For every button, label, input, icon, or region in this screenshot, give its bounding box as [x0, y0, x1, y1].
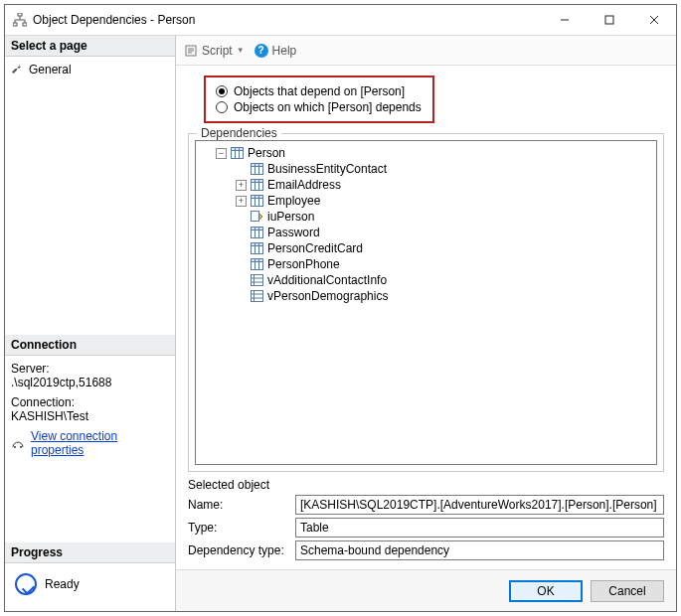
expand-icon[interactable]: + — [236, 180, 247, 191]
connection-value: KASHISH\Test — [11, 409, 169, 423]
svg-rect-28 — [252, 228, 263, 231]
dialog-body: Select a page General Connection Server:… — [5, 35, 676, 611]
titlebar: Object Dependencies - Person — [5, 5, 676, 35]
connection-label: Connection: — [11, 395, 169, 409]
dependency-direction-group: Objects that depend on [Person] Objects … — [204, 76, 434, 123]
left-pane: Select a page General Connection Server:… — [5, 36, 176, 611]
connection-header: Connection — [5, 335, 175, 356]
svg-rect-2 — [23, 23, 27, 26]
page-general-label: General — [29, 63, 72, 77]
page-list: General — [5, 57, 175, 335]
svg-rect-32 — [252, 243, 263, 246]
tree-item-label: BusinessEntityContact — [267, 162, 387, 176]
ok-button[interactable]: OK — [509, 580, 583, 602]
expand-icon[interactable]: + — [236, 196, 247, 207]
tree-item-label: vAdditionalContactInfo — [267, 273, 387, 287]
view-icon — [251, 274, 263, 286]
radio-depend-on-label: Objects that depend on [Person] — [234, 84, 405, 98]
view-connection-properties-link[interactable]: View connection properties — [31, 429, 169, 457]
dependencies-fieldset: Dependencies − Person BusinessEntityCont… — [188, 133, 664, 472]
collapse-icon[interactable]: − — [216, 148, 227, 159]
page-general[interactable]: General — [11, 61, 169, 78]
tree-item-label: PersonCreditCard — [267, 241, 363, 255]
dependency-tree[interactable]: − Person BusinessEntityContact +EmailAdd… — [195, 140, 657, 465]
tree-item-label: EmailAddress — [267, 178, 341, 192]
tree-item[interactable]: Password — [236, 225, 650, 240]
dialog-footer: OK Cancel — [176, 569, 676, 611]
table-icon — [251, 227, 263, 238]
view-connection-properties[interactable]: View connection properties — [11, 429, 169, 457]
progress-ready-icon — [15, 573, 37, 595]
close-button[interactable] — [631, 5, 676, 35]
tree-root[interactable]: − Person — [216, 145, 650, 161]
dependencies-icon — [13, 13, 27, 27]
maximize-button[interactable] — [587, 5, 631, 35]
svg-point-7 — [14, 446, 16, 448]
svg-rect-19 — [252, 180, 263, 183]
progress-area: Ready — [5, 563, 175, 611]
right-pane: Script ▼ ? Help Objects that depend on [… — [176, 36, 676, 611]
svg-rect-26 — [252, 212, 259, 222]
table-icon — [251, 242, 263, 254]
tree-item-label: PersonPhone — [267, 257, 340, 271]
dialog-window: Object Dependencies - Person Select a pa… — [4, 4, 677, 612]
table-icon — [251, 195, 263, 207]
script-label: Script — [202, 44, 233, 58]
toolbar: Script ▼ ? Help — [176, 36, 676, 66]
connection-status-icon — [11, 437, 25, 449]
table-icon — [251, 163, 263, 175]
tree-item[interactable]: +Employee — [236, 193, 650, 209]
radio-icon — [216, 85, 228, 97]
dependency-type-label: Dependency type: — [188, 543, 295, 557]
main-content: Objects that depend on [Person] Objects … — [176, 66, 676, 569]
tree-item-label: vPersonDemographics — [267, 289, 388, 303]
name-label: Name: — [188, 498, 295, 512]
dependencies-legend: Dependencies — [197, 126, 281, 140]
server-label: Server: — [11, 362, 169, 376]
help-icon: ? — [255, 44, 268, 58]
cancel-button[interactable]: Cancel — [591, 580, 664, 602]
tree-item[interactable]: iuPerson — [236, 209, 650, 225]
svg-rect-39 — [252, 275, 263, 286]
tree-item[interactable]: PersonPhone — [236, 256, 650, 272]
svg-rect-36 — [252, 259, 263, 262]
type-label: Type: — [188, 521, 295, 535]
help-label: Help — [272, 44, 297, 58]
tree-root-label: Person — [248, 146, 285, 160]
svg-rect-0 — [18, 13, 22, 16]
progress-status: Ready — [45, 577, 80, 591]
chevron-down-icon: ▼ — [237, 46, 245, 55]
tree-item-label: Employee — [267, 194, 320, 208]
table-icon — [231, 147, 244, 159]
type-field[interactable]: Table — [295, 518, 664, 538]
select-page-header: Select a page — [5, 36, 175, 57]
minimize-button[interactable] — [542, 5, 587, 35]
help-button[interactable]: ? Help — [255, 44, 297, 58]
name-field[interactable]: [KASHISH\SQL2019CTP].[AdventureWorks2017… — [295, 495, 664, 515]
view-icon — [251, 290, 263, 302]
trigger-icon — [251, 211, 263, 223]
script-dropdown[interactable]: Script ▼ — [184, 44, 245, 58]
tree-item[interactable]: BusinessEntityContact — [236, 161, 650, 177]
tree-item[interactable]: PersonCreditCard — [236, 240, 650, 256]
server-value: .\sql2019ctp,51688 — [11, 376, 169, 389]
tree-item[interactable]: +EmailAddress — [236, 177, 650, 193]
svg-rect-4 — [605, 16, 613, 24]
progress-header: Progress — [5, 542, 175, 563]
table-icon — [251, 258, 263, 270]
svg-rect-11 — [232, 148, 244, 151]
dependency-type-field[interactable]: Schema-bound dependency — [295, 540, 664, 560]
tree-item-label: iuPerson — [267, 210, 314, 224]
radio-depends[interactable]: Objects on which [Person] depends — [216, 99, 423, 115]
script-icon — [184, 44, 198, 58]
window-title: Object Dependencies - Person — [33, 13, 542, 27]
svg-rect-1 — [13, 23, 17, 26]
svg-point-8 — [20, 446, 22, 448]
connection-info: Server: .\sql2019ctp,51688 Connection: K… — [5, 356, 175, 461]
tree-item[interactable]: vPersonDemographics — [236, 288, 650, 304]
wrench-icon — [11, 64, 23, 76]
radio-depend-on[interactable]: Objects that depend on [Person] — [216, 83, 423, 99]
table-icon — [251, 179, 263, 191]
tree-item[interactable]: vAdditionalContactInfo — [236, 272, 650, 288]
radio-icon — [216, 101, 228, 113]
